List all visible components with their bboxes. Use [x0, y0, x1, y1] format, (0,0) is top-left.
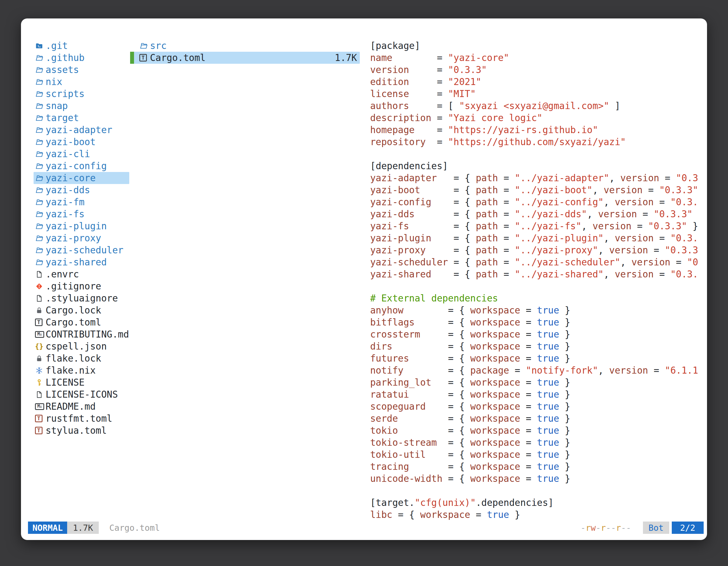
scroll-position-badge: Bot [643, 522, 669, 534]
preview-line: tracing = { workspace = true } [370, 461, 703, 473]
file-name: assets [46, 64, 79, 75]
folder-icon [35, 246, 46, 255]
file-row[interactable]: .styluaignore [34, 292, 129, 304]
file-preview-pane: [package]name = "yazi-core"version = "0.… [370, 40, 703, 521]
file-name: nix [46, 76, 62, 87]
file-row[interactable]: M↓CONTRIBUTING.md [34, 328, 129, 340]
file-row[interactable]: LICENSE-ICONS [34, 388, 129, 400]
file-row[interactable]: LICENSE [34, 376, 129, 388]
file-row[interactable]: Tstylua.toml [34, 424, 129, 436]
dir-row[interactable]: assets [34, 64, 129, 76]
file-icon [35, 270, 46, 279]
file-row[interactable]: .envrc [34, 268, 129, 280]
dir-row[interactable]: yazi-shared [34, 256, 129, 268]
file-name: .gitignore [46, 281, 101, 292]
dir-row[interactable]: yazi-scheduler [34, 244, 129, 256]
folder-icon [35, 102, 46, 110]
hover-marker [130, 52, 134, 64]
dir-row[interactable]: yazi-dds [34, 184, 129, 196]
file-row[interactable]: .gitignore [34, 280, 129, 292]
folder-icon [35, 138, 46, 146]
preview-line: tokio-stream = { workspace = true } [370, 436, 703, 448]
file-row[interactable]: TCargo.toml1.7K [130, 52, 360, 64]
git-icon [35, 282, 46, 290]
preview-line: anyhow = { workspace = true } [370, 304, 703, 316]
file-index-badge: 2/2 [672, 522, 704, 534]
dir-row[interactable]: yazi-proxy [34, 232, 129, 244]
folder-icon [139, 42, 150, 50]
preview-line: libc = { workspace = true } [370, 509, 703, 521]
preview-line: bitflags = { workspace = true } [370, 316, 703, 328]
toml-icon: T [139, 54, 150, 62]
preview-line: yazi-dds = { path = "../yazi-dds", versi… [370, 208, 703, 220]
preview-line: futures = { workspace = true } [370, 352, 703, 364]
dir-row[interactable]: snap [34, 100, 129, 112]
preview-line: yazi-plugin = { path = "../yazi-plugin",… [370, 232, 703, 244]
file-size: 1.7K [335, 52, 360, 63]
file-row[interactable]: flake.lock [34, 352, 129, 364]
file-name: snap [46, 100, 68, 111]
file-name: .styluaignore [46, 293, 118, 304]
markdown-icon: M↓ [35, 403, 46, 410]
folder-icon [35, 186, 46, 194]
preview-line: license = "MIT" [370, 88, 703, 100]
dir-row[interactable]: scripts [34, 88, 129, 100]
preview-line: tokio = { workspace = true } [370, 424, 703, 436]
folder-icon [35, 150, 46, 158]
preview-line: yazi-shared = { path = "../yazi-shared",… [370, 268, 703, 280]
folder-icon [35, 66, 46, 74]
dir-row[interactable]: yazi-plugin [34, 220, 129, 232]
dir-row[interactable]: yazi-core [34, 172, 129, 184]
folder-icon [35, 78, 46, 86]
statusbar-file-size: 1.7K [67, 522, 98, 534]
file-row[interactable]: TCargo.toml [34, 316, 129, 328]
file-row[interactable]: flake.nix [34, 364, 129, 376]
license-icon [35, 378, 46, 387]
toml-red-icon: T [35, 427, 46, 434]
file-name: yazi-proxy [46, 233, 101, 244]
lock-icon [35, 306, 46, 314]
file-name: scripts [46, 88, 84, 99]
dir-row[interactable]: yazi-boot [34, 136, 129, 148]
preview-line: # External dependencies [370, 292, 703, 304]
dir-row[interactable]: yazi-fs [34, 208, 129, 220]
dir-row[interactable]: nix [34, 76, 129, 88]
file-name: yazi-dds [46, 185, 90, 196]
dir-row[interactable]: .github [34, 52, 129, 64]
folder-icon [35, 114, 46, 122]
folder-icon [35, 90, 46, 98]
file-name: .github [46, 52, 84, 63]
preview-line [370, 485, 703, 497]
preview-line: tokio-util = { workspace = true } [370, 448, 703, 461]
git-folder-icon [35, 42, 46, 50]
toml-icon: T [35, 318, 46, 326]
preview-line: parking_lot = { workspace = true } [370, 376, 703, 388]
status-bar: NORMAL 1.7K Cargo.toml -rw-r--r-- Bot 2/… [21, 522, 707, 534]
file-row[interactable]: M↓README.md [34, 400, 129, 412]
preview-line: [package] [370, 40, 703, 52]
preview-line: name = "yazi-core" [370, 52, 703, 64]
dir-row[interactable]: yazi-cli [34, 148, 129, 160]
dir-row[interactable]: yazi-fm [34, 196, 129, 208]
file-name: cspell.json [46, 341, 107, 352]
dir-row[interactable]: yazi-adapter [34, 124, 129, 136]
current-directory-pane: srcTCargo.toml1.7K [130, 40, 360, 64]
preview-line: crossterm = { workspace = true } [370, 328, 703, 340]
file-name: LICENSE-ICONS [46, 389, 118, 400]
file-row[interactable]: Trustfmt.toml [34, 412, 129, 424]
file-name: target [46, 112, 79, 123]
preview-line: unicode-width = { workspace = true } [370, 473, 703, 485]
statusbar-filename: Cargo.toml [109, 523, 160, 533]
dir-row[interactable]: target [34, 112, 129, 124]
dir-row[interactable]: yazi-config [34, 160, 129, 172]
preview-line: scopeguard = { workspace = true } [370, 400, 703, 412]
file-name: yazi-boot [46, 137, 96, 147]
folder-icon [35, 126, 46, 134]
file-name: yazi-shared [46, 257, 107, 268]
preview-line: authors = [ "sxyazi <sxyazi@gmail.com>" … [370, 100, 703, 112]
dir-row[interactable]: .git [34, 40, 129, 52]
file-row[interactable]: {}cspell.json [34, 340, 129, 352]
file-row[interactable]: Cargo.lock [34, 304, 129, 316]
preview-line: dirs = { workspace = true } [370, 340, 703, 352]
dir-row[interactable]: src [130, 40, 360, 52]
